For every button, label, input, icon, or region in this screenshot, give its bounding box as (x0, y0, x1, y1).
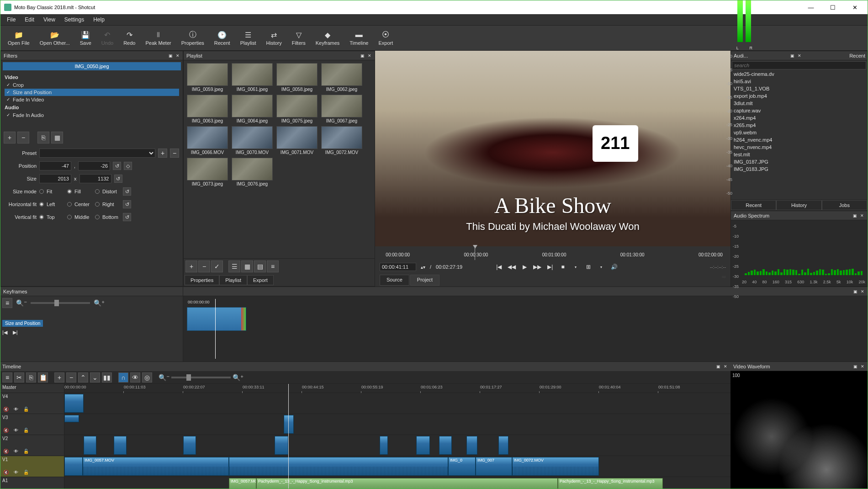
clip[interactable]: IMG_0 (448, 457, 476, 476)
reset-icon[interactable]: ↺ (123, 187, 131, 196)
append-button[interactable]: + (54, 372, 64, 383)
kf-filter-label[interactable]: Size and Position (2, 320, 43, 327)
playlist-item[interactable]: IMG_0075.jpeg (276, 95, 318, 123)
playlist-item[interactable]: IMG_0073.jpeg (186, 158, 228, 186)
toolbar-recent[interactable]: 🕑Recent (210, 27, 235, 49)
minimize-button[interactable]: — (802, 3, 820, 12)
position-x-input[interactable] (39, 161, 71, 170)
playlist-item[interactable]: IMG_0058.jpeg (276, 63, 318, 92)
eye-icon[interactable]: 👁 (12, 405, 20, 413)
mute-icon[interactable]: 🔇 (2, 447, 10, 455)
dock-icon[interactable]: ▣ (789, 53, 795, 59)
filter-fade-in-audio[interactable]: Fade In Audio (5, 112, 179, 119)
recent-item[interactable]: x265.mp4 (731, 122, 867, 129)
recent-item[interactable]: hiri5.avi (731, 78, 867, 85)
position-y-input[interactable] (78, 161, 110, 170)
vfit-middle[interactable]: Middle (67, 214, 92, 220)
track-head-a1[interactable]: A1🔇👁🔓 (0, 477, 64, 489)
remove-button[interactable]: − (66, 372, 76, 383)
hfit-right[interactable]: Right (95, 202, 120, 207)
playlist-item[interactable]: IMG_0064.jpeg (231, 95, 273, 123)
clip[interactable] (84, 436, 96, 455)
close-button[interactable]: ✕ (846, 3, 864, 12)
clip[interactable]: IMG_0057.MOV (83, 457, 229, 476)
playlist-item[interactable]: IMG_0072.MOV (321, 126, 363, 155)
playlist-item[interactable]: IMG_0067.jpeg (321, 95, 363, 123)
preset-remove-button[interactable]: − (170, 149, 179, 158)
filter-size-position[interactable]: Size and Position (5, 89, 179, 96)
dock-icon[interactable]: ▣ (167, 53, 174, 59)
copy-filter-button[interactable]: ⎘ (37, 132, 49, 144)
clip[interactable] (498, 436, 508, 455)
kf-playhead[interactable] (215, 299, 216, 359)
dock-icon[interactable]: ▣ (359, 53, 365, 59)
clip[interactable] (229, 457, 448, 476)
video-preview[interactable]: 211 A Bike Show This Ducati by Michael W… (375, 51, 730, 246)
remove-filter-button[interactable]: − (17, 132, 29, 144)
close-icon[interactable]: ✕ (175, 53, 181, 59)
recent-item[interactable]: x264.mp4 (731, 114, 867, 122)
hfit-left[interactable]: Left (39, 202, 64, 207)
reset-icon[interactable]: ↺ (123, 200, 131, 208)
close-icon[interactable]: ✕ (859, 213, 865, 219)
lock-icon[interactable]: 🔓 (22, 447, 30, 455)
filter-fade-in-video[interactable]: Fade In Video (5, 96, 179, 103)
grid-button[interactable]: ⊞ (584, 262, 593, 271)
preset-select[interactable] (39, 149, 155, 158)
rewind-button[interactable]: ◀◀ (507, 262, 516, 271)
dock-icon[interactable]: ▣ (852, 213, 858, 219)
zoom-out-icon[interactable]: 🔍⁻ (159, 374, 169, 381)
track-head-v2[interactable]: V2🔇👁🔓 (0, 435, 64, 456)
toolbar-peak-meter[interactable]: ⫴Peak Meter (141, 27, 175, 49)
sizemode-distort[interactable]: Distort (95, 189, 120, 194)
view-list-icon[interactable]: ☰ (228, 260, 240, 272)
recent-item[interactable]: IMG_0183.JPG (731, 165, 867, 173)
clip[interactable] (466, 436, 477, 455)
mute-icon[interactable]: 🔇 (2, 426, 10, 434)
toolbar-keyframes[interactable]: ◆Keyframes (311, 27, 344, 49)
size-h-input[interactable] (79, 174, 111, 183)
toolbar-playlist[interactable]: ☰Playlist (236, 27, 261, 49)
recent-item[interactable]: export job.mp4 (731, 92, 867, 100)
clip[interactable] (416, 436, 430, 455)
track-head-v1[interactable]: V1🔇👁🔓 (0, 456, 64, 477)
master-track[interactable]: Master (0, 384, 64, 393)
tab-source[interactable]: Source (380, 275, 409, 286)
timeline-canvas[interactable]: 00:00:00:0000:00:11:0300:00:22:0700:00:3… (64, 384, 730, 489)
playlist-remove-button[interactable]: − (198, 260, 210, 272)
copy-button[interactable]: ⎘ (26, 372, 36, 383)
view-grid-icon[interactable]: ▦ (241, 260, 253, 272)
reset-icon[interactable]: ↺ (114, 175, 122, 183)
recent-item[interactable]: 3dlut.mlt (731, 100, 867, 107)
mute-icon[interactable]: 🔇 (2, 468, 10, 476)
kf-clip[interactable] (187, 307, 246, 331)
volume-icon[interactable]: 🔊 (609, 262, 619, 271)
playlist-item[interactable]: IMG_0062.jpeg (321, 63, 363, 92)
zoom-out-icon[interactable]: 🔍⁻ (16, 299, 27, 307)
tab-project[interactable]: Project (410, 275, 439, 286)
preview-scrubber[interactable]: 00:00:00:0000:00:30:0000:01:00:0000:01:3… (375, 246, 730, 260)
paste-filter-button[interactable]: ▦ (51, 132, 63, 144)
recent-item[interactable]: IMG_0187.JPG (731, 158, 867, 165)
recent-item[interactable]: vp9.webm (731, 129, 867, 136)
playlist-check-button[interactable]: ✓ (211, 260, 223, 272)
skip-prev-button[interactable]: |◀ (494, 262, 503, 271)
toolbar-export[interactable]: ⦿Export (374, 27, 397, 49)
recent-item[interactable]: test.mlt (731, 151, 867, 158)
track-head-v3[interactable]: V3🔇👁🔓 (0, 414, 64, 435)
zoom-in-icon[interactable]: 🔍⁺ (233, 374, 243, 381)
playlist-add-button[interactable]: + (185, 260, 197, 272)
tab-recent[interactable]: Recent (731, 200, 776, 210)
tab-jobs[interactable]: Jobs (822, 200, 867, 210)
sizemode-fill[interactable]: Fill (67, 189, 92, 194)
recent-search[interactable] (732, 61, 866, 69)
close-icon[interactable]: ✕ (366, 53, 373, 59)
timeline-menu-button[interactable]: ≡ (2, 372, 12, 383)
toolbar-history[interactable]: ⇄History (262, 27, 286, 49)
dock-icon[interactable]: ▣ (715, 363, 721, 370)
clip[interactable] (284, 415, 294, 434)
reset-icon[interactable]: ↺ (123, 213, 131, 221)
sizemode-fit[interactable]: Fit (39, 189, 64, 194)
grip-icon[interactable]: :::: (722, 275, 726, 286)
lock-icon[interactable]: 🔓 (22, 405, 30, 413)
